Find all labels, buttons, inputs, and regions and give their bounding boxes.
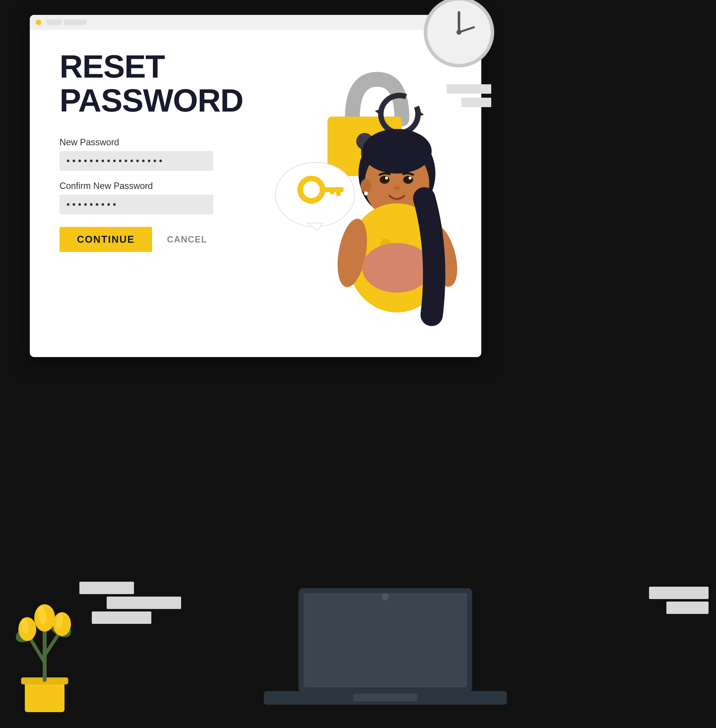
clock-icon <box>422 0 496 70</box>
girl-illustration <box>328 129 466 367</box>
svg-rect-39 <box>25 680 65 712</box>
svg-point-21 <box>364 191 368 195</box>
traffic-dot-yellow <box>36 20 41 25</box>
browser-titlebar <box>30 15 481 30</box>
browser-window: RESET PASSWORD New Password Confirm New … <box>30 15 481 357</box>
browser-tab <box>64 20 86 25</box>
svg-point-33 <box>362 243 432 292</box>
girl-character <box>328 129 466 368</box>
deco-desk-rect-3 <box>92 611 151 624</box>
svg-line-42 <box>30 638 45 663</box>
svg-point-22 <box>379 176 390 184</box>
page-title: RESET PASSWORD <box>59 50 233 117</box>
svg-line-43 <box>45 633 59 655</box>
browser-tab <box>47 20 62 25</box>
deco-rect-2 <box>461 98 491 107</box>
svg-point-24 <box>385 177 388 180</box>
svg-point-3 <box>457 30 461 35</box>
laptop <box>249 583 522 708</box>
svg-rect-38 <box>353 693 417 701</box>
deco-rect-1 <box>447 84 491 94</box>
laptop-icon <box>249 583 522 707</box>
deco-right-rect-2 <box>666 602 708 614</box>
svg-point-19 <box>362 129 432 174</box>
cancel-button[interactable]: CANCEL <box>167 234 207 245</box>
svg-point-23 <box>403 176 413 184</box>
confirm-password-input[interactable] <box>59 195 213 215</box>
svg-point-36 <box>382 593 389 600</box>
deco-desk-rect-1 <box>79 582 134 594</box>
flower-icon <box>5 593 84 717</box>
svg-point-20 <box>361 179 372 193</box>
deco-right-rect-1 <box>649 587 708 599</box>
clock-decoration <box>422 0 496 70</box>
new-password-input[interactable] <box>59 151 213 171</box>
svg-point-25 <box>409 177 412 180</box>
flower-pot <box>5 593 84 718</box>
deco-desk-rect-2 <box>107 596 181 609</box>
svg-point-26 <box>394 186 400 190</box>
svg-rect-35 <box>303 593 467 687</box>
continue-button[interactable]: CONTINUE <box>59 227 152 252</box>
